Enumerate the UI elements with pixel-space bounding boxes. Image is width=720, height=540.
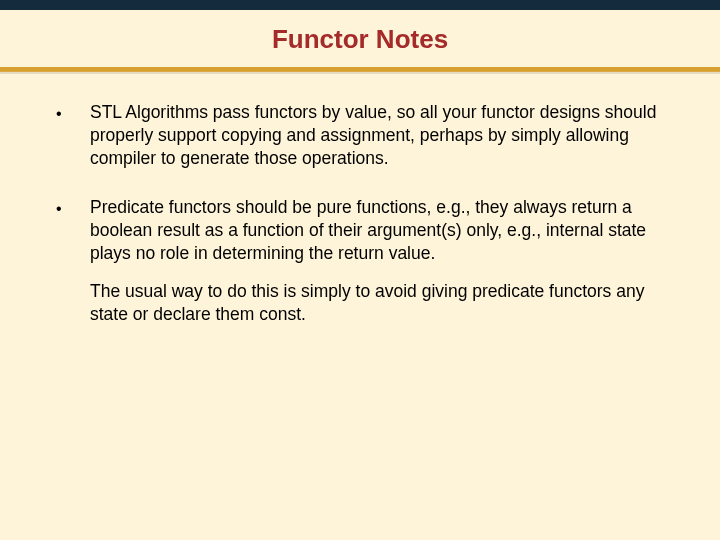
title-band: Functor Notes <box>0 0 720 71</box>
slide-body: • STL Algorithms pass functors by value,… <box>0 71 720 326</box>
bullet-marker: • <box>56 101 90 170</box>
list-item: • Predicate functors should be pure func… <box>56 196 664 265</box>
bullet-text: STL Algorithms pass functors by value, s… <box>90 101 664 170</box>
bullet-marker: • <box>56 196 90 265</box>
slide: Functor Notes • STL Algorithms pass func… <box>0 0 720 540</box>
title-underline-shadow <box>0 72 720 74</box>
list-item: • STL Algorithms pass functors by value,… <box>56 101 664 170</box>
bullet-text: Predicate functors should be pure functi… <box>90 196 664 265</box>
title-underline <box>0 67 720 71</box>
bullet-subtext: The usual way to do this is simply to av… <box>90 280 664 326</box>
page-title: Functor Notes <box>0 0 720 67</box>
